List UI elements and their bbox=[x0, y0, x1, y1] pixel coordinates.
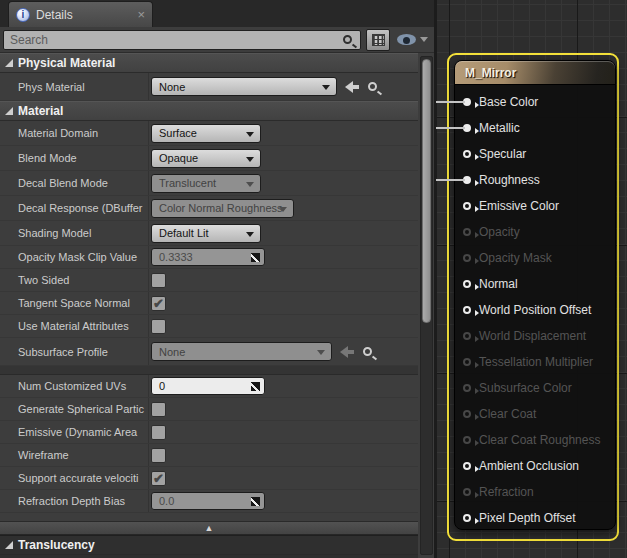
browse-asset-icon[interactable] bbox=[363, 347, 372, 356]
pin-world-position-offset[interactable]: World Position Offset bbox=[455, 297, 615, 323]
use-material-attributes-checkbox[interactable] bbox=[151, 319, 166, 334]
row-subsurface-profile: Subsurface Profile None bbox=[0, 338, 418, 366]
scrollbar-thumb[interactable] bbox=[422, 59, 431, 323]
tab-bar: i Details × bbox=[0, 0, 437, 27]
row-material-domain: Material Domain Surface bbox=[0, 121, 418, 146]
row-opacity-mask-clip-value: Opacity Mask Clip Value 0.3333 bbox=[0, 246, 418, 269]
shading-model-dropdown[interactable]: Default Lit bbox=[151, 224, 261, 243]
collapse-up-icon: ▲ bbox=[205, 524, 214, 533]
two-sided-checkbox[interactable] bbox=[151, 273, 166, 288]
expanded-triangle-icon bbox=[5, 59, 13, 67]
dropdown-arrow-icon bbox=[246, 132, 254, 137]
search-input[interactable] bbox=[3, 30, 361, 50]
pin-circle-icon bbox=[463, 358, 471, 366]
row-use-material-attributes: Use Material Attributes bbox=[0, 315, 418, 338]
use-selected-asset-icon[interactable] bbox=[345, 81, 360, 93]
tab-details-label: Details bbox=[36, 8, 73, 22]
row-shading-model: Shading Model Default Lit bbox=[0, 221, 418, 246]
pin-subsurface-color: Subsurface Color bbox=[455, 375, 615, 401]
expanded-triangle-icon bbox=[5, 107, 13, 115]
support-accurate-velocities-checkbox[interactable] bbox=[151, 471, 166, 486]
subsurface-profile-dropdown: None bbox=[151, 342, 332, 361]
grid-view-button[interactable] bbox=[366, 29, 390, 51]
drag-handle-icon bbox=[251, 253, 260, 262]
pin-circle-icon[interactable] bbox=[463, 150, 471, 158]
pin-ambient-occlusion[interactable]: Ambient Occlusion bbox=[455, 453, 615, 479]
pin-emissive-color[interactable]: Emissive Color bbox=[455, 193, 615, 219]
section-translucency[interactable]: Translucency bbox=[0, 535, 418, 555]
grid-icon bbox=[372, 34, 385, 46]
node-header[interactable]: M_Mirror bbox=[455, 61, 615, 85]
pin-circle-icon[interactable] bbox=[463, 514, 471, 522]
dropdown-arrow-icon bbox=[246, 157, 254, 162]
num-customized-uvs-field[interactable]: 0 bbox=[151, 377, 265, 395]
pin-clear-coat: Clear Coat bbox=[455, 401, 615, 427]
wireframe-checkbox[interactable] bbox=[151, 448, 166, 463]
row-decal-blend-mode: Decal Blend Mode Translucent bbox=[0, 171, 418, 196]
decal-blend-mode-dropdown: Translucent bbox=[151, 174, 261, 193]
search-row bbox=[0, 27, 437, 53]
phys-material-dropdown[interactable]: None bbox=[151, 77, 337, 96]
row-two-sided: Two Sided bbox=[0, 269, 418, 292]
material-node-m-mirror[interactable]: M_Mirror Base Color Metallic Specular Ro… bbox=[454, 60, 616, 530]
pin-circle-icon bbox=[463, 410, 471, 418]
row-emissive-dynamic-area: Emissive (Dynamic Area bbox=[0, 421, 418, 444]
generate-spherical-particle-checkbox[interactable] bbox=[151, 402, 166, 417]
pin-circle-icon[interactable] bbox=[463, 280, 471, 288]
drag-handle-icon bbox=[251, 382, 260, 391]
unreal-material-editor: i Details × Physical Material bbox=[0, 0, 627, 558]
node-title: M_Mirror bbox=[465, 66, 516, 80]
pin-circle-icon bbox=[463, 228, 471, 236]
tangent-space-normal-checkbox[interactable] bbox=[151, 296, 166, 311]
blend-mode-dropdown[interactable]: Opaque bbox=[151, 149, 261, 168]
decal-response-dropdown: Color Normal Roughness bbox=[151, 199, 294, 218]
dropdown-arrow-icon bbox=[317, 350, 325, 355]
search-icon bbox=[343, 35, 352, 44]
browse-asset-icon[interactable] bbox=[368, 82, 377, 91]
pin-refraction: Refraction bbox=[455, 479, 615, 505]
pin-circle-icon[interactable] bbox=[463, 124, 471, 132]
pin-metallic[interactable]: Metallic bbox=[455, 115, 615, 141]
material-domain-dropdown[interactable]: Surface bbox=[151, 124, 261, 143]
pin-circle-icon bbox=[463, 332, 471, 340]
pin-circle-icon bbox=[463, 488, 471, 496]
pin-circle-icon bbox=[463, 436, 471, 444]
pin-tessellation-multiplier: Tessellation Multiplier bbox=[455, 349, 615, 375]
scrollbar[interactable] bbox=[420, 56, 433, 555]
pin-circle-icon[interactable] bbox=[463, 176, 471, 184]
row-phys-material: Phys Material None bbox=[0, 73, 418, 101]
pin-opacity-mask: Opacity Mask bbox=[455, 245, 615, 271]
pin-circle-icon[interactable] bbox=[463, 462, 471, 470]
pin-circle-icon[interactable] bbox=[463, 98, 471, 106]
emissive-dynamic-area-checkbox[interactable] bbox=[151, 425, 166, 440]
section-physical-material[interactable]: Physical Material bbox=[0, 53, 418, 73]
use-selected-asset-icon bbox=[340, 346, 355, 358]
row-generate-spherical-particle: Generate Spherical Partic bbox=[0, 398, 418, 421]
node-pin-list: Base Color Metallic Specular Roughness E… bbox=[455, 85, 615, 531]
pin-clear-coat-roughness: Clear Coat Roughness bbox=[455, 427, 615, 453]
visibility-filter-button[interactable] bbox=[397, 34, 428, 45]
pin-base-color[interactable]: Base Color bbox=[455, 89, 615, 115]
pin-roughness[interactable]: Roughness bbox=[455, 167, 615, 193]
tab-details[interactable]: i Details × bbox=[8, 1, 153, 27]
pin-opacity: Opacity bbox=[455, 219, 615, 245]
pin-specular[interactable]: Specular bbox=[455, 141, 615, 167]
dropdown-arrow-icon bbox=[322, 85, 330, 90]
row-blend-mode: Blend Mode Opaque bbox=[0, 146, 418, 171]
pin-circle-icon[interactable] bbox=[463, 306, 471, 314]
collapse-advanced-button[interactable]: ▲ bbox=[0, 521, 418, 535]
section-material[interactable]: Material bbox=[0, 101, 418, 121]
pin-normal[interactable]: Normal bbox=[455, 271, 615, 297]
pin-pixel-depth-offset[interactable]: Pixel Depth Offset bbox=[455, 505, 615, 531]
close-icon[interactable]: × bbox=[137, 8, 145, 21]
chevron-down-icon bbox=[420, 37, 428, 42]
expanded-triangle-icon bbox=[5, 541, 13, 549]
row-num-customized-uvs: Num Customized UVs 0 bbox=[0, 375, 418, 398]
material-graph-canvas[interactable]: M_Mirror Base Color Metallic Specular Ro… bbox=[437, 0, 627, 558]
spacer bbox=[0, 513, 418, 521]
pin-circle-icon[interactable] bbox=[463, 202, 471, 210]
details-panel: i Details × Physical Material bbox=[0, 0, 437, 558]
search-field[interactable] bbox=[10, 33, 336, 47]
row-support-accurate-velocities: Support accurate velociti bbox=[0, 467, 418, 490]
row-wireframe: Wireframe bbox=[0, 444, 418, 467]
